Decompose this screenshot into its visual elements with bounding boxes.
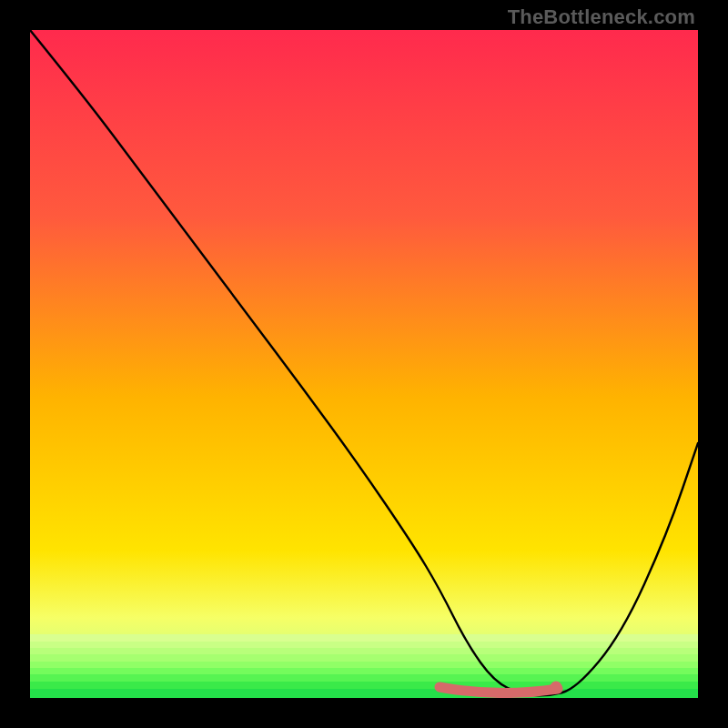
watermark-text: TheBottleneck.com xyxy=(508,5,695,29)
chart-frame: TheBottleneck.com xyxy=(0,0,728,728)
trough-marker xyxy=(440,687,558,693)
trough-dot xyxy=(551,682,562,693)
curve-svg xyxy=(30,30,698,698)
plot-area xyxy=(30,30,698,698)
bottleneck-curve xyxy=(30,30,698,695)
